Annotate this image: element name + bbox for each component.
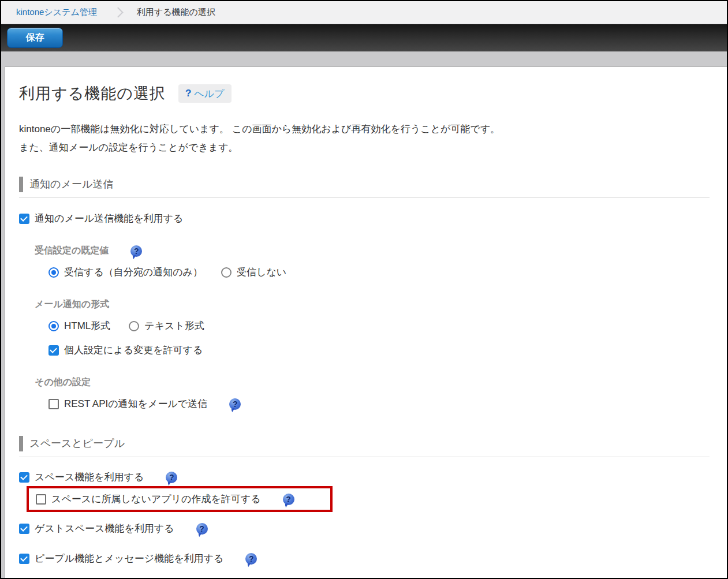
section-space-people: スペースとピープル xyxy=(19,436,710,457)
action-toolbar: 保存 xyxy=(1,24,727,51)
use-mail-checkbox[interactable] xyxy=(19,214,29,224)
mail-format-heading: メール通知の形式 xyxy=(35,298,109,311)
section-mail-heading: 通知のメール送信 xyxy=(19,177,710,192)
page-title: 利用する機能の選択 xyxy=(19,83,166,104)
breadcrumb-link-system-admin[interactable]: kintoneシステム管理 xyxy=(16,7,97,18)
allow-standalone-app-checkbox[interactable] xyxy=(36,494,46,505)
rest-api-checkbox[interactable] xyxy=(48,399,59,409)
description-line-2: また、通知メールの設定を行うことができます。 xyxy=(19,139,710,157)
rest-api-label[interactable]: REST APIの通知をメールで送信 xyxy=(64,397,207,410)
use-guest-space-label[interactable]: ゲストスペース機能を利用する xyxy=(35,522,174,535)
use-people-help-icon[interactable]: ? xyxy=(245,553,257,565)
page-description: kintoneの一部機能は無効化に対応しています。 この画面から無効化および再有… xyxy=(19,120,710,157)
use-guest-space-row: ゲストスペース機能を利用する ? xyxy=(19,522,710,535)
section-space-heading: スペースとピープル xyxy=(19,436,710,451)
receive-default-heading: 受信設定の既定値 xyxy=(35,245,109,257)
radio-receive-off[interactable] xyxy=(221,267,232,278)
title-row: 利用する機能の選択 ? ヘルプ xyxy=(19,83,710,104)
breadcrumb-current: 利用する機能の選択 xyxy=(137,7,215,18)
content-card: 利用する機能の選択 ? ヘルプ kintoneの一部機能は無効化に対応しています… xyxy=(5,66,727,578)
save-button[interactable]: 保存 xyxy=(7,28,63,48)
description-line-1: kintoneの一部機能は無効化に対応しています。 この画面から無効化および再有… xyxy=(19,120,710,139)
other-settings-heading: その他の設定 xyxy=(35,376,91,389)
radio-text-format[interactable] xyxy=(129,321,139,331)
radio-html-format[interactable] xyxy=(48,321,59,331)
red-highlight-box: スペースに所属しないアプリの作成を許可する ? xyxy=(27,486,333,512)
section-mail-notification: 通知のメール送信 xyxy=(19,177,710,198)
help-link[interactable]: ? ヘルプ xyxy=(178,84,232,103)
use-space-help-icon[interactable]: ? xyxy=(166,472,177,483)
use-people-row: ピープル機能とメッセージ機能を利用する ? xyxy=(19,552,710,565)
allow-standalone-app-help-icon[interactable]: ? xyxy=(283,494,294,505)
receive-default-help-icon[interactable]: ? xyxy=(130,245,142,257)
allow-personal-label[interactable]: 個人設定による変更を許可する xyxy=(64,343,203,357)
use-space-label[interactable]: スペース機能を利用する xyxy=(35,470,144,484)
allow-personal-row: 個人設定による変更を許可する xyxy=(48,343,710,357)
mail-format-options-row: HTML形式 テキスト形式 xyxy=(48,319,710,333)
use-mail-row: 通知のメール送信機能を利用する xyxy=(19,212,710,225)
radio-html-format-label[interactable]: HTML形式 xyxy=(64,319,110,333)
other-settings-heading-row: その他の設定 xyxy=(35,376,710,389)
page-background: 利用する機能の選択 ? ヘルプ kintoneの一部機能は無効化に対応しています… xyxy=(1,51,727,578)
receive-default-heading-row: 受信設定の既定値 ? xyxy=(35,245,710,257)
breadcrumb: kintoneシステム管理 利用する機能の選択 xyxy=(1,1,727,24)
chevron-right-icon xyxy=(113,7,123,17)
use-space-checkbox[interactable] xyxy=(19,472,29,483)
radio-receive-off-label[interactable]: 受信しない xyxy=(237,266,286,279)
radio-receive-on[interactable] xyxy=(48,267,59,278)
radio-text-format-label[interactable]: テキスト形式 xyxy=(144,319,204,333)
use-space-row: スペース機能を利用する ? xyxy=(19,470,710,484)
help-link-label: ヘルプ xyxy=(194,87,224,100)
question-mark-icon: ? xyxy=(185,88,191,99)
use-guest-space-checkbox[interactable] xyxy=(19,524,29,534)
rest-api-help-icon[interactable]: ? xyxy=(229,398,241,410)
use-people-checkbox[interactable] xyxy=(19,554,29,564)
use-mail-label[interactable]: 通知のメール送信機能を利用する xyxy=(35,212,183,225)
rest-api-row: REST APIの通知をメールで送信 ? xyxy=(48,397,710,410)
allow-personal-checkbox[interactable] xyxy=(48,345,59,356)
mail-format-heading-row: メール通知の形式 xyxy=(35,298,710,311)
use-people-label[interactable]: ピープル機能とメッセージ機能を利用する xyxy=(35,552,223,565)
receive-default-options-row: 受信する（自分宛の通知のみ） 受信しない xyxy=(48,266,710,279)
allow-standalone-app-label[interactable]: スペースに所属しないアプリの作成を許可する xyxy=(51,492,261,506)
use-guest-space-help-icon[interactable]: ? xyxy=(196,523,208,535)
radio-receive-on-label[interactable]: 受信する（自分宛の通知のみ） xyxy=(64,266,203,279)
